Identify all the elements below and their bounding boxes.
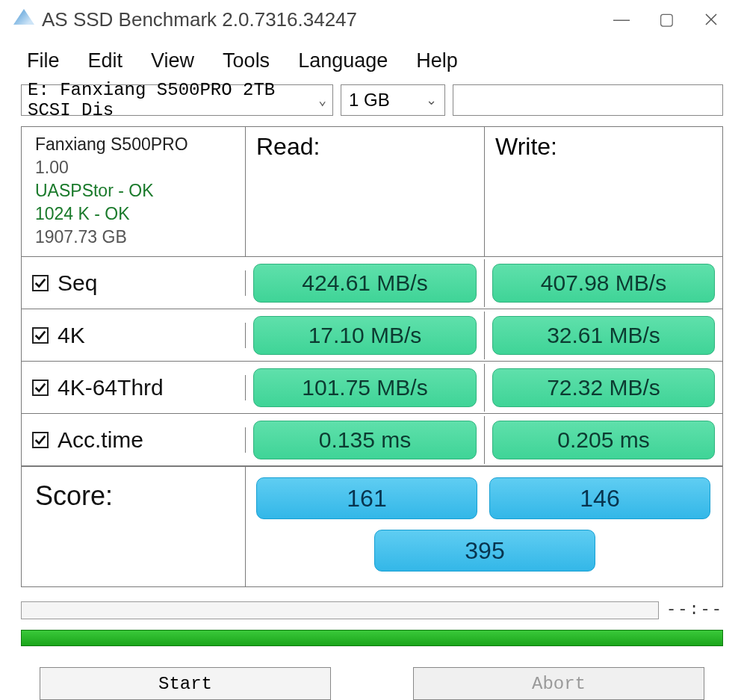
- seq-read-value: 424.61 MB/s: [253, 264, 477, 303]
- status-bar: [21, 630, 723, 646]
- size-select-value: 1 GB: [349, 90, 390, 111]
- size-select[interactable]: 1 GB ⌄: [341, 84, 445, 116]
- drive-select[interactable]: E: Fanxiang S500PRO 2TB SCSI Dis ⌄: [21, 84, 333, 116]
- score-total: 395: [374, 530, 595, 572]
- abort-button: Abort: [413, 667, 704, 700]
- progress-bar: [21, 601, 659, 619]
- results-panel: Fanxiang S500PRO 1.00 UASPStor - OK 1024…: [21, 126, 723, 587]
- menu-language[interactable]: Language: [298, 49, 388, 72]
- menu-tools[interactable]: Tools: [223, 49, 270, 72]
- test-acc-label: Acc.time: [58, 427, 143, 453]
- checkbox-4k64[interactable]: [32, 380, 49, 396]
- read-header: Read:: [246, 127, 485, 256]
- test-4k64-label: 4K-64Thrd: [58, 375, 164, 400]
- 4k-write-value: 32.61 MB/s: [492, 316, 715, 355]
- test-4k64: 4K-64Thrd: [22, 375, 246, 400]
- test-seq-label: Seq: [58, 270, 97, 296]
- score-area: 161 146 395: [246, 467, 722, 586]
- score-write: 146: [489, 477, 710, 519]
- driver-status: UASPStor - OK: [35, 179, 235, 202]
- checkbox-4k[interactable]: [32, 327, 49, 344]
- chevron-down-icon: ⌄: [318, 92, 326, 108]
- close-button[interactable]: [689, 6, 734, 33]
- progress-area: --:--: [21, 601, 723, 619]
- test-seq: Seq: [22, 270, 246, 296]
- minimize-button[interactable]: —: [599, 6, 644, 33]
- test-4k-label: 4K: [58, 323, 85, 348]
- titlebar: AS SSD Benchmark 2.0.7316.34247 — ▢: [0, 0, 744, 39]
- align-status: 1024 K - OK: [35, 202, 235, 226]
- checkbox-acc[interactable]: [32, 432, 49, 448]
- device-capacity: 1907.73 GB: [35, 226, 235, 249]
- chevron-down-icon: ⌄: [426, 92, 437, 108]
- 4k-read-value: 17.10 MB/s: [253, 316, 477, 355]
- menu-view[interactable]: View: [151, 49, 194, 72]
- progress-time: --:--: [666, 601, 723, 619]
- acc-read-value: 0.135 ms: [253, 421, 477, 459]
- menubar: File Edit View Tools Language Help: [0, 39, 744, 84]
- start-button[interactable]: Start: [40, 667, 331, 700]
- seq-write-value: 407.98 MB/s: [492, 264, 715, 303]
- button-row: Start Abort: [0, 667, 744, 700]
- comment-input[interactable]: [453, 84, 723, 116]
- menu-file[interactable]: File: [27, 49, 60, 72]
- maximize-button[interactable]: ▢: [644, 6, 689, 33]
- write-header: Write:: [485, 127, 722, 256]
- menu-edit[interactable]: Edit: [88, 49, 123, 72]
- menu-help[interactable]: Help: [416, 49, 458, 72]
- score-label: Score:: [22, 467, 246, 586]
- device-firmware: 1.00: [35, 156, 235, 179]
- acc-write-value: 0.205 ms: [492, 421, 715, 459]
- app-icon: [13, 9, 34, 30]
- score-read: 161: [256, 477, 477, 519]
- device-name: Fanxiang S500PRO: [35, 133, 235, 156]
- drive-select-value: E: Fanxiang S500PRO 2TB SCSI Dis: [28, 80, 318, 120]
- test-4k: 4K: [22, 323, 246, 348]
- controls-row: E: Fanxiang S500PRO 2TB SCSI Dis ⌄ 1 GB …: [0, 84, 744, 123]
- 4k64-read-value: 101.75 MB/s: [253, 368, 477, 407]
- test-acc: Acc.time: [22, 427, 246, 453]
- window-title: AS SSD Benchmark 2.0.7316.34247: [42, 8, 357, 31]
- device-info: Fanxiang S500PRO 1.00 UASPStor - OK 1024…: [22, 127, 246, 256]
- 4k64-write-value: 72.32 MB/s: [492, 368, 715, 407]
- checkbox-seq[interactable]: [32, 275, 49, 291]
